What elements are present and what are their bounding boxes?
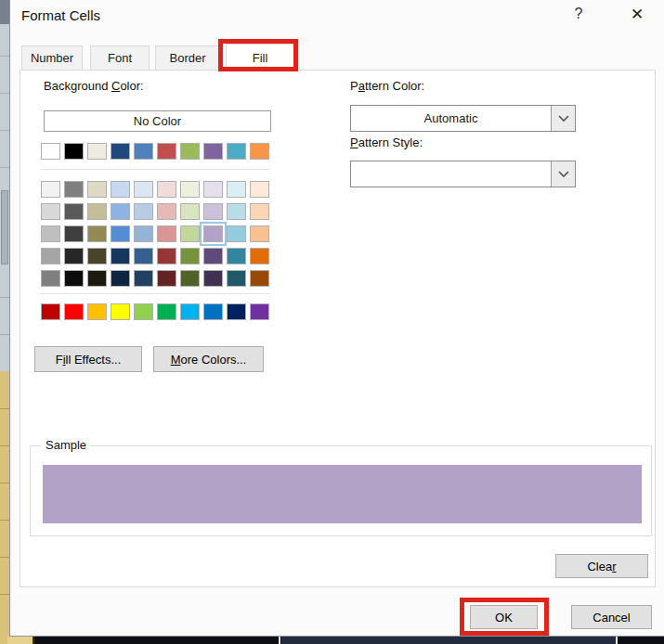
color-swatch[interactable] <box>180 303 200 320</box>
color-swatch[interactable] <box>227 270 246 287</box>
grid-divider <box>41 169 269 170</box>
color-swatch[interactable] <box>111 181 130 198</box>
theme-color-grid <box>41 143 269 160</box>
color-swatch[interactable] <box>64 181 84 198</box>
tab-font[interactable]: Font <box>90 45 150 70</box>
color-swatch[interactable] <box>250 143 269 160</box>
color-swatch[interactable] <box>227 181 246 198</box>
no-color-button[interactable]: No Color <box>44 110 271 132</box>
color-swatch[interactable] <box>87 303 107 320</box>
color-swatch[interactable] <box>64 203 84 220</box>
color-swatch[interactable] <box>134 303 153 320</box>
color-swatch[interactable] <box>134 203 153 220</box>
chevron-down-icon[interactable] <box>551 106 575 131</box>
help-icon[interactable]: ? <box>567 6 590 22</box>
color-swatch[interactable] <box>180 203 200 220</box>
color-swatch[interactable] <box>111 303 130 320</box>
color-swatch[interactable] <box>250 270 269 287</box>
more-colors-button[interactable]: More Colors... <box>153 346 264 372</box>
pattern-color-label: Pattern Color: <box>350 79 424 93</box>
background-color-label: Background Color: <box>44 79 144 93</box>
tab-number[interactable]: Number <box>21 45 83 70</box>
color-swatch[interactable] <box>180 270 200 287</box>
color-swatch[interactable] <box>203 181 223 198</box>
tab-border[interactable]: Border <box>155 45 220 70</box>
color-swatch[interactable] <box>87 203 107 220</box>
color-swatch[interactable] <box>134 143 153 160</box>
tab-fill[interactable]: Fill <box>226 44 294 71</box>
color-swatch[interactable] <box>180 248 200 264</box>
pattern-style-dropdown[interactable] <box>350 161 576 187</box>
background-scrollbar-thumb <box>1 190 8 264</box>
color-swatch[interactable] <box>41 303 60 320</box>
color-swatch[interactable] <box>87 143 107 160</box>
color-swatch[interactable] <box>111 270 130 287</box>
color-swatch[interactable] <box>250 203 269 220</box>
color-swatch[interactable] <box>250 303 269 320</box>
pattern-style-label: Pattern Style: <box>350 135 423 149</box>
color-swatch[interactable] <box>41 248 60 264</box>
color-swatch[interactable] <box>180 225 200 242</box>
color-swatch[interactable] <box>250 225 269 242</box>
dialog-titlebar[interactable]: Format Cells ? ✕ <box>10 0 664 37</box>
color-swatch[interactable] <box>227 203 246 220</box>
color-swatch[interactable] <box>64 270 84 287</box>
color-swatch[interactable] <box>203 203 223 220</box>
color-swatch[interactable] <box>227 225 246 242</box>
color-swatch[interactable] <box>157 270 176 287</box>
color-swatch[interactable] <box>41 225 60 242</box>
color-swatch[interactable] <box>134 248 153 264</box>
standard-color-grid <box>41 303 269 320</box>
color-swatch[interactable] <box>134 225 153 242</box>
ok-button[interactable]: OK <box>470 605 538 629</box>
color-swatch[interactable] <box>41 143 60 160</box>
color-swatch[interactable] <box>87 181 107 198</box>
color-swatch[interactable] <box>180 181 200 198</box>
color-swatch[interactable] <box>111 143 130 160</box>
close-icon[interactable]: ✕ <box>623 5 651 24</box>
pattern-color-dropdown[interactable]: Automatic <box>350 105 576 132</box>
color-swatch[interactable] <box>87 248 107 264</box>
color-swatch[interactable] <box>157 203 176 220</box>
chevron-down-icon[interactable] <box>551 161 575 187</box>
color-swatch[interactable] <box>111 225 130 242</box>
color-swatch[interactable] <box>64 303 84 320</box>
color-swatch[interactable] <box>87 225 107 242</box>
color-swatch[interactable] <box>250 248 269 264</box>
color-swatch[interactable] <box>180 143 200 160</box>
color-swatch[interactable] <box>157 143 176 160</box>
color-swatch[interactable] <box>157 303 176 320</box>
color-swatch[interactable] <box>227 143 246 160</box>
color-swatch[interactable] <box>227 248 246 264</box>
color-swatch[interactable] <box>157 248 176 264</box>
color-swatch[interactable] <box>250 181 269 198</box>
color-swatch[interactable] <box>64 248 84 264</box>
background-cell-dark <box>0 0 9 24</box>
background-yellow-cell <box>7 637 34 644</box>
color-swatch[interactable] <box>134 270 153 287</box>
color-swatch[interactable] <box>64 225 84 242</box>
color-swatch[interactable] <box>203 248 223 264</box>
color-swatch[interactable] <box>157 225 176 242</box>
color-swatch[interactable] <box>41 270 60 287</box>
sample-label: Sample <box>42 438 90 452</box>
color-swatch[interactable] <box>203 143 223 160</box>
format-cells-dialog: Format Cells ? ✕ Number Font Border Fill… <box>9 0 664 637</box>
color-swatch[interactable] <box>41 203 60 220</box>
cancel-button[interactable]: Cancel <box>571 605 652 629</box>
color-swatch[interactable] <box>41 181 60 198</box>
clear-button[interactable]: Clear <box>555 554 648 578</box>
variant-color-grid <box>41 181 269 287</box>
color-swatch-selected[interactable] <box>203 225 223 242</box>
color-swatch[interactable] <box>87 270 107 287</box>
color-swatch[interactable] <box>111 203 130 220</box>
color-swatch[interactable] <box>227 303 246 320</box>
color-swatch[interactable] <box>157 181 176 198</box>
color-swatch[interactable] <box>203 270 223 287</box>
screenshot-stage: Format Cells ? ✕ Number Font Border Fill… <box>0 0 664 644</box>
color-swatch[interactable] <box>64 143 84 160</box>
color-swatch[interactable] <box>134 181 153 198</box>
color-swatch[interactable] <box>111 248 130 264</box>
fill-effects-button[interactable]: Fill Effects... <box>34 346 142 372</box>
color-swatch[interactable] <box>203 303 223 320</box>
